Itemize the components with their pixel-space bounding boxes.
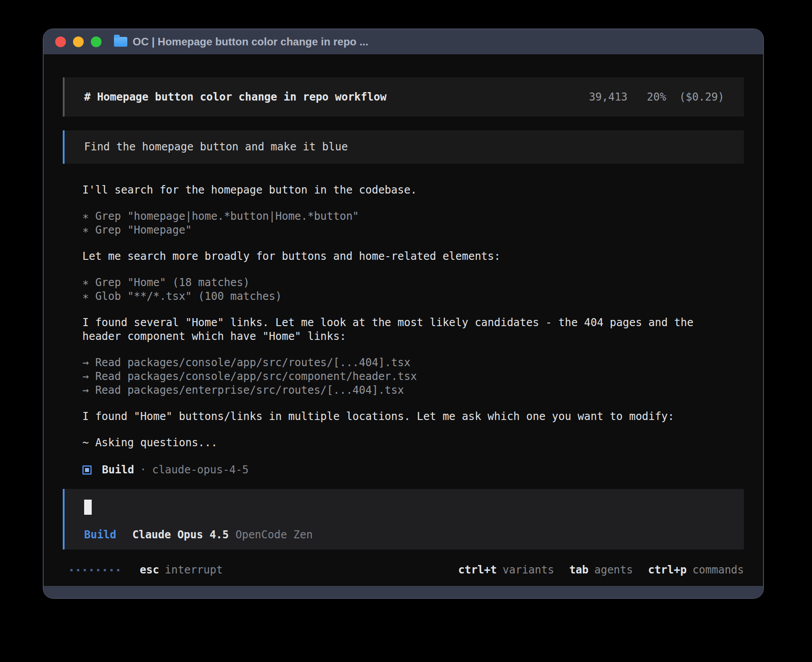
shortcut-commands: ctrl+p commands <box>648 563 744 577</box>
prompt-input[interactable]: Build Claude Opus 4.5 OpenCode Zen <box>63 489 744 549</box>
tool-call-line: → Read packages/enterprise/src/routes/[.… <box>82 383 724 397</box>
assistant-text-block: I'll search for the homepage button in t… <box>82 183 724 197</box>
assistant-text-block: Let me search more broadly for buttons a… <box>82 250 724 263</box>
esc-key-hint: esc <box>140 563 159 577</box>
user-message-text: Find the homepage button and make it blu… <box>84 140 348 154</box>
assistant-messages: I'll search for the homepage button in t… <box>63 183 744 450</box>
status-bar: esc interrupt ctrl+t variants tab agents… <box>63 563 744 577</box>
assistant-status-block: ~ Asking questions... <box>82 436 724 450</box>
agent-row: Build · claude-opus-4-5 <box>63 462 744 477</box>
tool-call-block: ∗ Grep "Home" (18 matches) ∗ Glob "**/*.… <box>82 276 724 303</box>
input-mode-label: Build <box>84 528 116 542</box>
shortcut-variants: ctrl+t variants <box>458 563 554 577</box>
zoom-window-button[interactable] <box>91 36 102 47</box>
tool-call-line: → Read packages/console/app/src/componen… <box>82 370 724 383</box>
input-provider-label: OpenCode Zen <box>235 528 313 542</box>
session-cost: ($0.29) <box>679 91 724 103</box>
session-title: # Homepage button color change in repo w… <box>84 90 386 104</box>
agent-model: claude-opus-4-5 <box>152 463 249 477</box>
shortcut-agents: tab agents <box>569 563 633 577</box>
tool-call-line: ∗ Grep "homepage|home.*button|Home.*butt… <box>82 210 724 223</box>
tool-call-line: ∗ Glob "**/*.tsx" (100 matches) <box>82 290 724 303</box>
text-cursor <box>84 500 92 515</box>
tool-call-block: ∗ Grep "homepage|home.*button|Home.*butt… <box>82 210 724 237</box>
assistant-message-line: I'll search for the homepage button in t… <box>82 183 724 197</box>
titlebar: OC | Homepage button color change in rep… <box>44 29 763 54</box>
assistant-status-line: ~ Asking questions... <box>82 436 724 450</box>
agent-name: Build <box>102 463 134 477</box>
assistant-message-line: header component which have "Home" links… <box>82 330 724 343</box>
assistant-text-block: I found "Home" buttons/links in multiple… <box>82 410 724 424</box>
spinner-dots-icon <box>70 569 124 571</box>
input-model-label: Claude Opus 4.5 <box>132 528 229 542</box>
user-message-panel: Find the homepage button and make it blu… <box>63 130 744 164</box>
tool-call-block: → Read packages/console/app/src/routes/[… <box>82 356 724 397</box>
agent-separator: · <box>140 463 146 477</box>
session-header-panel: # Homepage button color change in repo w… <box>63 77 744 117</box>
window-bottom-strip <box>44 586 763 598</box>
tool-call-line: ∗ Grep "Homepage" <box>82 223 724 237</box>
input-mode-row: Build Claude Opus 4.5 OpenCode Zen <box>84 528 724 542</box>
window-title: OC | Homepage button color change in rep… <box>133 36 368 48</box>
shortcut-hints: ctrl+t variants tab agents ctrl+p comman… <box>458 563 744 577</box>
context-percent: 20% <box>647 91 666 103</box>
token-count: 39,413 <box>589 91 628 103</box>
assistant-message-line: I found several "Home" links. Let me loo… <box>82 316 724 330</box>
esc-key-label: interrupt <box>165 563 223 577</box>
assistant-text-block: I found several "Home" links. Let me loo… <box>82 316 724 343</box>
terminal-content: # Homepage button color change in repo w… <box>44 54 763 586</box>
close-window-button[interactable] <box>55 36 66 47</box>
assistant-message-line: Let me search more broadly for buttons a… <box>82 250 724 263</box>
minimize-window-button[interactable] <box>73 36 84 47</box>
folder-icon <box>114 37 127 47</box>
session-stats: 39,413 20% ($0.29) <box>589 90 724 104</box>
assistant-message-line: I found "Home" buttons/links in multiple… <box>82 410 724 424</box>
terminal-window: OC | Homepage button color change in rep… <box>43 28 764 599</box>
agent-build-icon <box>82 465 92 475</box>
tool-call-line: → Read packages/console/app/src/routes/[… <box>82 356 724 370</box>
tool-call-line: ∗ Grep "Home" (18 matches) <box>82 276 724 290</box>
